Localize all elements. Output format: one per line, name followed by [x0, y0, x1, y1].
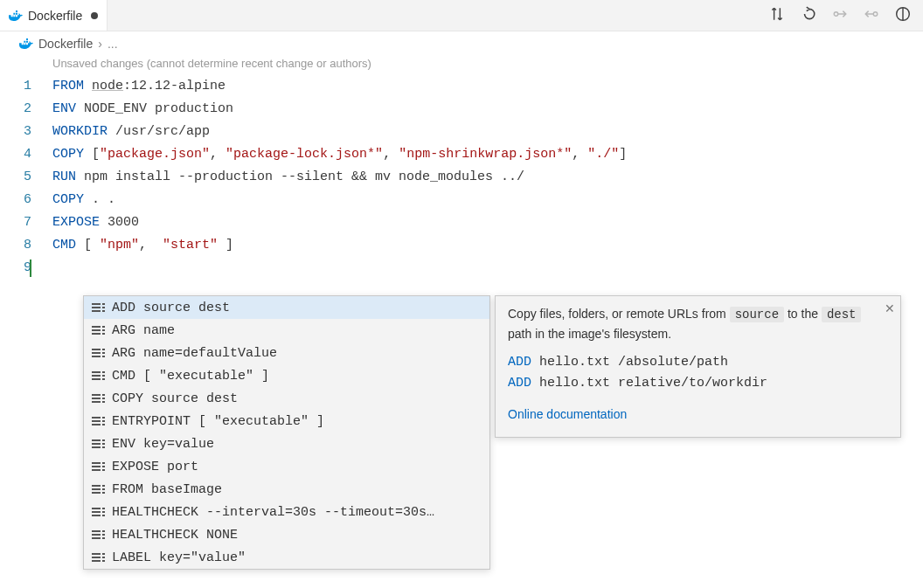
snippet-icon	[91, 437, 105, 451]
code-line[interactable]: COPY ["package.json", "package-lock.json…	[52, 143, 923, 166]
snippet-icon	[91, 528, 105, 542]
line-gutter: - 1 2 3 4 5 6 7 8 9	[0, 52, 52, 280]
suggestion-item[interactable]: LABEL key="value"	[84, 546, 489, 569]
code-line[interactable]: RUN npm install --production --silent &&…	[52, 166, 923, 189]
doc-example: ADD hello.txt relative/to/workdir	[508, 373, 888, 393]
line-number: 3	[0, 121, 31, 143]
snippet-icon	[91, 301, 105, 315]
code-line[interactable]: FROM node:12.12-alpine	[52, 75, 923, 98]
line-number: 8	[0, 234, 31, 257]
suggestion-item[interactable]: ENTRYPOINT [ "executable" ]	[84, 410, 489, 432]
svg-point-0	[834, 12, 838, 17]
suggestion-item[interactable]: ARG name=defaultValue	[84, 342, 489, 364]
next-change-icon	[864, 6, 879, 24]
breadcrumb-separator: ›	[98, 37, 102, 51]
line-number: 7	[0, 211, 31, 234]
suggestion-doc-popup: ✕ Copy files, folders, or remote URLs fr…	[495, 295, 901, 438]
line-number: 9	[0, 257, 31, 280]
tab-bar: Dockerfile	[0, 0, 923, 31]
code-line[interactable]: COPY . .	[52, 189, 923, 211]
doc-link[interactable]: Online documentation	[508, 407, 627, 421]
snippet-icon	[91, 369, 105, 383]
code-line[interactable]: EXPOSE 3000	[52, 211, 923, 234]
suggestion-item[interactable]: HEALTHCHECK NONE	[84, 523, 489, 546]
snippet-icon	[91, 482, 105, 496]
suggestion-item[interactable]: CMD [ "executable" ]	[84, 364, 489, 387]
snippet-icon	[91, 346, 105, 360]
doc-example: ADD hello.txt /absolute/path	[508, 352, 888, 372]
suggestion-item[interactable]: COPY source dest	[84, 387, 489, 410]
docker-icon	[19, 38, 33, 50]
suggestion-item[interactable]: EXPOSE port	[84, 455, 489, 478]
suggestion-item[interactable]: ENV key=value	[84, 432, 489, 455]
snippet-icon	[91, 414, 105, 428]
split-editor-icon[interactable]	[895, 6, 911, 24]
unsaved-indicator-icon	[91, 12, 98, 19]
snippet-icon	[91, 323, 105, 337]
editor-tab[interactable]: Dockerfile	[0, 0, 108, 31]
codelens-hint[interactable]: Unsaved changes (cannot determine recent…	[52, 52, 923, 75]
revert-icon[interactable]	[801, 6, 816, 24]
breadcrumb-file: Dockerfile	[38, 37, 93, 51]
code-line[interactable]: CMD [ "npm", "start" ]	[52, 234, 923, 257]
breadcrumb[interactable]: Dockerfile › ...	[0, 31, 923, 52]
autocomplete-popup[interactable]: ADD source dest ARG name ARG name=defaul…	[83, 295, 490, 570]
editor-toolbar	[769, 6, 923, 24]
compare-changes-icon[interactable]	[769, 6, 785, 24]
snippet-icon	[91, 460, 105, 474]
code-area[interactable]: Unsaved changes (cannot determine recent…	[52, 52, 923, 280]
line-number: 5	[0, 166, 31, 189]
suggestion-item[interactable]: HEALTHCHECK --interval=30s --timeout=30s…	[84, 501, 489, 523]
snippet-icon	[91, 505, 105, 519]
snippet-icon	[91, 391, 105, 405]
breadcrumb-more[interactable]: ...	[108, 37, 118, 51]
line-number: 1	[0, 75, 31, 98]
suggestion-item[interactable]: ARG name	[84, 319, 489, 342]
line-number: 2	[0, 98, 31, 121]
svg-point-1	[873, 12, 878, 17]
line-number: 4	[0, 143, 31, 166]
previous-change-icon	[832, 6, 848, 24]
close-icon[interactable]: ✕	[885, 300, 895, 319]
code-line[interactable]: WORKDIR /usr/src/app	[52, 121, 923, 143]
suggestion-item[interactable]: ADD source dest	[84, 296, 489, 319]
suggestion-item[interactable]: FROM baseImage	[84, 478, 489, 501]
code-line[interactable]	[52, 257, 923, 280]
docker-icon	[9, 10, 23, 22]
snippet-icon	[91, 550, 105, 564]
tab-filename: Dockerfile	[28, 9, 82, 23]
code-editor[interactable]: - 1 2 3 4 5 6 7 8 9 Unsaved changes (can…	[0, 52, 923, 280]
code-line[interactable]: ENV NODE_ENV production	[52, 98, 923, 121]
line-number: 6	[0, 189, 31, 211]
doc-description: Copy files, folders, or remote URLs from…	[508, 305, 888, 343]
